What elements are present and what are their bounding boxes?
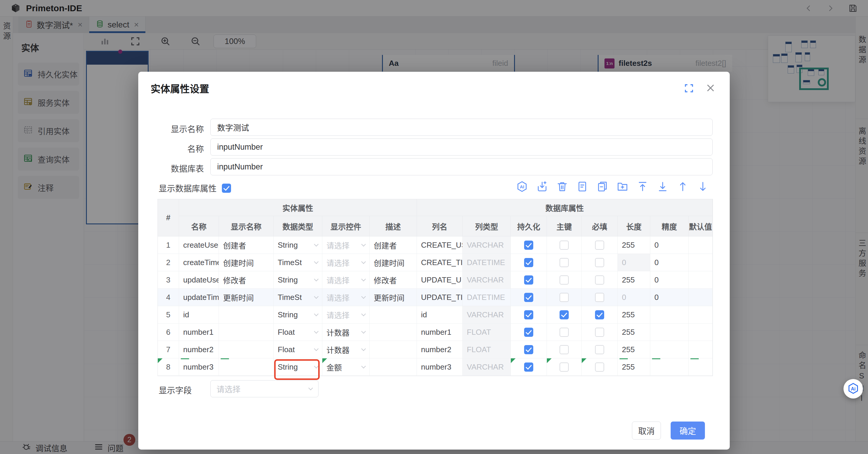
cell-name[interactable]: createUser [179, 236, 219, 254]
cell-display-name[interactable]: 创建时间 [219, 254, 274, 271]
cell-default[interactable] [689, 271, 713, 289]
move-top-icon[interactable] [637, 181, 649, 193]
cell-precision[interactable] [650, 341, 689, 358]
import-icon[interactable] [536, 181, 548, 193]
cell-description[interactable]: 更新时间 [370, 289, 417, 306]
cell-description[interactable]: 修改者 [370, 271, 417, 289]
cell-default[interactable] [689, 358, 713, 376]
checkbox[interactable] [560, 275, 569, 285]
cell-default[interactable] [689, 324, 713, 341]
cell-widget-select[interactable]: 请选择 [322, 289, 370, 306]
cell-data-type-select[interactable]: String [274, 358, 322, 376]
checkbox[interactable] [595, 275, 604, 285]
ai-assistant-button[interactable]: Ai [843, 379, 863, 398]
move-bottom-icon[interactable] [656, 181, 669, 193]
cell-precision[interactable] [650, 306, 689, 324]
checkbox[interactable] [524, 362, 533, 371]
cell-name[interactable]: updateTime [179, 289, 219, 306]
checkbox[interactable] [524, 328, 533, 337]
cell-name[interactable]: number1 [179, 324, 219, 341]
cell-default[interactable] [689, 306, 713, 324]
checkbox[interactable] [524, 258, 533, 267]
cell-display-name[interactable] [219, 306, 274, 324]
checkbox[interactable] [560, 345, 569, 354]
checkbox[interactable] [524, 310, 533, 319]
cell-column-name[interactable]: id [417, 306, 463, 324]
checkbox[interactable] [595, 345, 604, 354]
cell-data-type-select[interactable]: TimeSt [274, 289, 322, 306]
checkbox[interactable] [560, 258, 569, 267]
cell-name[interactable]: id [179, 306, 219, 324]
checkbox[interactable] [595, 310, 604, 319]
cell-display-name[interactable] [219, 358, 274, 376]
cell-description[interactable] [370, 324, 417, 341]
cell-description[interactable]: 创建者 [370, 236, 417, 254]
cell-column-name[interactable]: number1 [417, 324, 463, 341]
cell-data-type-select[interactable]: String [274, 236, 322, 254]
cell-data-type-select[interactable]: Float [274, 324, 322, 341]
copy-icon[interactable] [596, 181, 609, 193]
cancel-button[interactable]: 取消 [632, 422, 661, 440]
move-up-icon[interactable] [677, 181, 689, 193]
cell-precision[interactable]: 0 [650, 271, 689, 289]
cell-column-name[interactable]: number3 [417, 358, 463, 376]
cell-widget-select[interactable]: 请选择 [322, 254, 370, 271]
cell-length[interactable]: 255 [618, 271, 650, 289]
cell-display-name[interactable]: 修改者 [219, 271, 274, 289]
close-icon[interactable] [705, 83, 716, 95]
cell-widget-select[interactable]: 计数器 [322, 341, 370, 358]
cell-name[interactable]: updateUser [179, 271, 219, 289]
cell-column-name[interactable]: CREATE_TI [417, 254, 463, 271]
cell-default[interactable] [689, 289, 713, 306]
checkbox[interactable] [560, 240, 569, 250]
move-down-icon[interactable] [696, 181, 709, 193]
checkbox[interactable] [595, 362, 604, 371]
cell-precision[interactable]: 0 [650, 236, 689, 254]
checkbox[interactable] [524, 345, 533, 354]
cell-data-type-select[interactable]: Float [274, 341, 322, 358]
cell-precision[interactable]: 0 [650, 254, 689, 271]
cell-display-name[interactable]: 更新时间 [219, 289, 274, 306]
checkbox[interactable] [595, 240, 604, 250]
cell-name[interactable]: createTime [179, 254, 219, 271]
cell-default[interactable] [689, 341, 713, 358]
cell-data-type-select[interactable]: TimeSt [274, 254, 322, 271]
delete-icon[interactable] [556, 181, 568, 193]
document-icon[interactable] [576, 181, 589, 193]
cell-column-name[interactable]: UPDATE_TI [417, 289, 463, 306]
cell-default[interactable] [689, 254, 713, 271]
cell-length[interactable]: 255 [618, 306, 650, 324]
name-input[interactable] [210, 138, 713, 156]
cell-display-name[interactable] [219, 341, 274, 358]
cell-widget-select[interactable]: 计数器 [322, 324, 370, 341]
cell-widget-select[interactable]: 金额 [322, 358, 370, 376]
checkbox[interactable] [560, 310, 569, 319]
checkbox[interactable] [560, 362, 569, 371]
ai-icon[interactable]: AI [516, 181, 528, 193]
cell-precision[interactable]: 0 [650, 289, 689, 306]
checkbox[interactable] [560, 328, 569, 337]
cell-column-name[interactable]: UPDATE_U [417, 271, 463, 289]
cell-description[interactable] [370, 341, 417, 358]
cell-length[interactable]: 255 [618, 324, 650, 341]
checkbox[interactable] [524, 293, 533, 302]
checkbox[interactable] [595, 258, 604, 267]
db-table-input[interactable] [210, 158, 713, 175]
cell-widget-select[interactable]: 请选择 [322, 271, 370, 289]
cell-length[interactable]: 255 [618, 358, 650, 376]
cell-column-name[interactable]: CREATE_US [417, 236, 463, 254]
cell-widget-select[interactable]: 请选择 [322, 236, 370, 254]
cell-column-name[interactable]: number2 [417, 341, 463, 358]
fullscreen-icon[interactable] [684, 83, 694, 95]
cell-name[interactable]: number2 [179, 341, 219, 358]
cell-widget-select[interactable]: 请选择 [322, 306, 370, 324]
cell-data-type-select[interactable]: String [274, 271, 322, 289]
checkbox[interactable] [524, 275, 533, 285]
checkbox[interactable] [595, 328, 604, 337]
display-field-select[interactable]: 请选择 [210, 380, 318, 397]
cell-description[interactable] [370, 306, 417, 324]
cell-default[interactable] [689, 236, 713, 254]
cell-precision[interactable] [650, 358, 689, 376]
cell-length[interactable]: 255 [618, 236, 650, 254]
checkbox[interactable] [560, 293, 569, 302]
